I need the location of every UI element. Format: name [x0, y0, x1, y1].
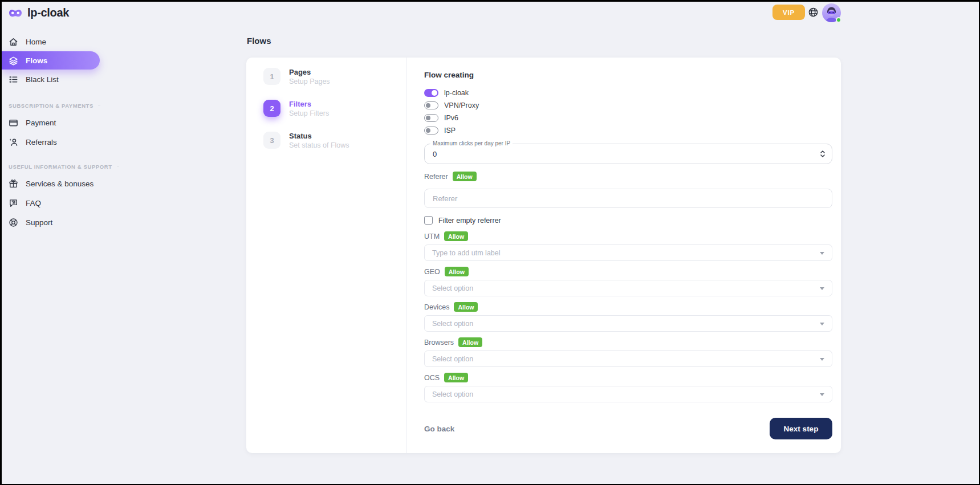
language-globe-icon[interactable] — [808, 7, 819, 18]
toggle-switch-on[interactable] — [424, 89, 438, 97]
devices-allow-badge[interactable]: Allow — [454, 302, 478, 312]
form-footer: Go back Next step — [424, 418, 832, 439]
utm-select[interactable]: Type to add utm label — [424, 244, 832, 261]
select-placeholder: Type to add utm label — [432, 249, 501, 257]
number-stepper-icon[interactable] — [820, 149, 826, 159]
ocs-label: OCS — [424, 374, 440, 382]
toggle-group: lp-cloak VPN/Proxy IPv6 ISP — [424, 87, 832, 137]
faq-chat-icon — [8, 198, 18, 208]
next-step-button[interactable]: Next step — [770, 418, 832, 439]
sidebar-item-black-list[interactable]: Black List — [2, 71, 100, 88]
devices-label: Devices — [424, 303, 449, 311]
sidebar-item-label: Referrals — [26, 138, 57, 146]
step-subtitle: Set status of Flows — [289, 141, 349, 150]
gift-icon — [8, 178, 18, 189]
toggle-switch-off[interactable] — [424, 101, 438, 109]
toggle-switch-off[interactable] — [424, 114, 438, 122]
toggle-ipv6[interactable]: IPv6 — [424, 112, 832, 124]
toggle-label: ISP — [444, 127, 456, 135]
select-placeholder: Select option — [432, 390, 473, 398]
vip-button[interactable]: VIP — [772, 5, 805, 20]
referer-label-row: Referer Allow — [424, 172, 832, 181]
referer-label: Referer — [424, 173, 448, 181]
toggle-vpn-proxy[interactable]: VPN/Proxy — [424, 99, 832, 112]
checkbox-label: Filter empty referrer — [438, 217, 501, 225]
sidebar-item-flows[interactable]: Flows — [2, 51, 100, 70]
toggle-label: VPN/Proxy — [444, 101, 479, 109]
wizard-stepper: 1 Pages Setup Pages 2 Filters Setup Filt… — [246, 58, 407, 453]
utm-allow-badge[interactable]: Allow — [444, 231, 468, 241]
filter-empty-referrer-checkbox[interactable] — [424, 216, 433, 225]
step-subtitle: Setup Pages — [289, 77, 330, 86]
toggle-isp[interactable]: ISP — [424, 124, 832, 137]
sidebar-item-support[interactable]: Support — [2, 214, 100, 231]
flow-creating-form: Flow creating lp-cloak VPN/Proxy IPv6 IS… — [407, 58, 841, 453]
sidebar-item-label: Services & bonuses — [26, 180, 93, 188]
chevron-down-icon — [820, 358, 824, 361]
step-pages[interactable]: 1 Pages Setup Pages — [246, 68, 406, 86]
step-filters[interactable]: 2 Filters Setup Filters — [246, 100, 406, 118]
referer-input[interactable] — [424, 189, 832, 208]
browsers-label: Browsers — [424, 339, 454, 347]
screenshot-edge — [0, 0, 980, 2]
ocs-select[interactable]: Select option — [424, 386, 832, 402]
sidebar-item-label: Support — [26, 218, 52, 227]
step-title: Status — [289, 132, 349, 141]
step-title: Pages — [289, 68, 330, 77]
credit-card-icon — [8, 117, 18, 128]
max-clicks-field[interactable]: Maximum clicks per day per IP — [424, 144, 832, 164]
ocs-allow-badge[interactable]: Allow — [444, 373, 468, 382]
utm-label-row: UTM Allow — [424, 231, 832, 241]
geo-select[interactable]: Select option — [424, 280, 832, 296]
chevron-down-icon — [820, 393, 824, 396]
geo-label-row: GEO Allow — [424, 267, 832, 276]
online-status-dot — [836, 17, 841, 23]
step-number-badge: 1 — [263, 68, 280, 85]
toggle-label: lp-cloak — [444, 89, 469, 97]
mask-logo-icon — [8, 8, 23, 18]
sidebar-item-label: Payment — [26, 119, 56, 127]
step-number-badge: 2 — [263, 100, 280, 117]
sidebar-item-label: Flows — [26, 56, 47, 65]
step-title: Filters — [289, 100, 329, 109]
sidebar-item-label: FAQ — [26, 199, 41, 207]
app-logo[interactable]: lp-cloak — [8, 6, 69, 19]
sidebar-item-faq[interactable]: FAQ — [2, 194, 100, 211]
referer-allow-badge[interactable]: Allow — [453, 172, 477, 181]
flows-stack-icon — [8, 55, 18, 66]
sidebar-nav: Home Flows Black List SUBSCRIPTION & PAY… — [2, 33, 100, 231]
filter-empty-referrer-row[interactable]: Filter empty referrer — [424, 216, 832, 225]
sidebar-item-services-bonuses[interactable]: Services & bonuses — [2, 175, 100, 192]
chevron-down-icon — [820, 287, 824, 290]
toggle-label: IPv6 — [444, 114, 458, 122]
list-icon — [8, 74, 18, 84]
devices-select[interactable]: Select option — [424, 315, 832, 332]
chevron-down-icon — [820, 252, 824, 255]
sidebar-item-referrals[interactable]: Referrals — [2, 133, 100, 150]
browsers-label-row: Browsers Allow — [424, 337, 832, 347]
page-title: Flows — [247, 36, 271, 46]
devices-label-row: Devices Allow — [424, 302, 832, 312]
lifebuoy-icon — [8, 217, 18, 227]
select-placeholder: Select option — [432, 320, 473, 328]
geo-allow-badge[interactable]: Allow — [445, 267, 469, 276]
go-back-button[interactable]: Go back — [424, 425, 454, 433]
browsers-allow-badge[interactable]: Allow — [458, 337, 482, 347]
sidebar-section-header: USEFUL INFORMATION & SUPPORT — [2, 162, 100, 170]
max-clicks-label: Maximum clicks per day per IP — [430, 140, 513, 146]
sidebar-item-home[interactable]: Home — [2, 33, 100, 50]
browsers-select[interactable]: Select option — [424, 350, 832, 367]
ocs-label-row: OCS Allow — [424, 373, 832, 382]
sidebar-item-label: Home — [26, 38, 46, 46]
step-status[interactable]: 3 Status Set status of Flows — [246, 132, 406, 150]
sidebar-item-payment[interactable]: Payment — [2, 114, 100, 131]
step-subtitle: Setup Filters — [289, 109, 329, 118]
screenshot-edge — [0, 0, 2, 485]
toggle-switch-off[interactable] — [424, 127, 438, 135]
utm-label: UTM — [424, 233, 440, 241]
home-icon — [8, 36, 18, 47]
toggle-lp-cloak[interactable]: lp-cloak — [424, 87, 832, 99]
referrals-person-icon — [8, 137, 18, 147]
max-clicks-input[interactable] — [425, 144, 832, 164]
step-number-badge: 3 — [263, 132, 280, 149]
